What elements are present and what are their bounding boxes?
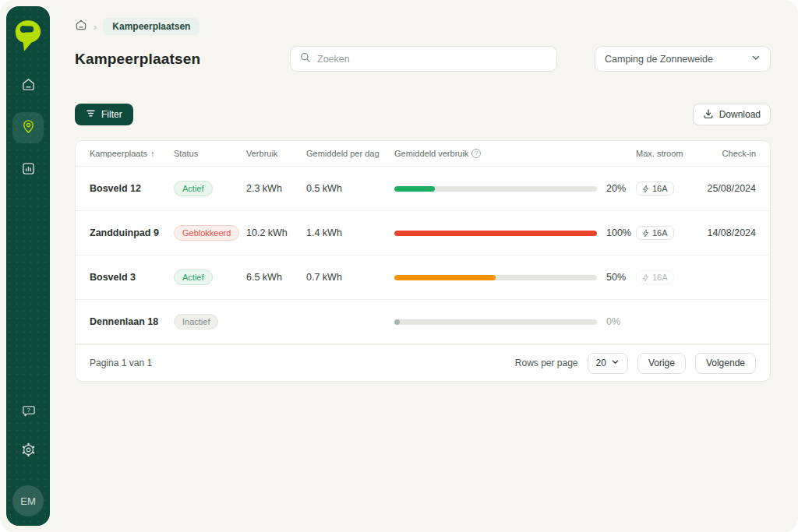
help-circle-icon[interactable]: ? (471, 149, 481, 158)
kampeerplaatsen-table: Kampeerplaats ↑ Status Verbruik Gemiddel… (75, 140, 771, 382)
verbruik-value: 2.3 kWh (246, 183, 306, 194)
previous-page-button[interactable]: Vorige (637, 353, 686, 374)
status-badge: Geblokkeerd (174, 225, 239, 241)
sidebar-item-locations[interactable] (12, 112, 44, 143)
sidebar-item-statistics[interactable] (12, 154, 44, 185)
progress-label: 50% (606, 272, 633, 283)
sidebar-item-help[interactable]: ? (12, 396, 44, 428)
chevron-down-icon (611, 358, 620, 368)
main-content: › Kampeerplaatsen Kampeerplaatsen Campin… (75, 0, 771, 532)
column-header-gemiddeld-verbruik: Gemiddeld verbruik ? (394, 149, 636, 158)
max-stroom-badge: 16A (636, 181, 674, 196)
svg-text:?: ? (26, 406, 30, 413)
rows-per-page-select[interactable]: 20 (588, 353, 628, 374)
sidebar-item-home[interactable] (12, 70, 44, 101)
status-badge: Inactief (174, 314, 218, 329)
user-avatar[interactable]: EM (12, 485, 44, 516)
sidebar-nav (12, 70, 44, 185)
next-page-button[interactable]: Volgende (695, 353, 756, 374)
site-selector[interactable]: Camping de Zonneweide (595, 46, 771, 72)
kampeerplaats-name: Bosveld 3 (90, 272, 174, 283)
brand-logo-icon[interactable] (14, 19, 42, 53)
kampeerplaats-name: Bosveld 12 (90, 183, 174, 194)
home-icon (21, 77, 36, 95)
search-icon (299, 51, 311, 66)
page-title: Kampeerplaatsen (75, 51, 200, 68)
check-in-date: 14/08/2024 (701, 227, 756, 238)
app-window: ? (0, 0, 798, 532)
download-icon (703, 108, 714, 122)
download-button-label: Download (719, 109, 761, 120)
breadcrumb: › Kampeerplaatsen (75, 18, 771, 35)
gemiddeld-verbruik-progress: 100% (394, 227, 636, 238)
gemiddeld-verbruik-progress: 20% (394, 183, 636, 194)
column-header-kampeerplaats[interactable]: Kampeerplaats ↑ (90, 149, 174, 158)
progress-fill (394, 186, 435, 192)
search-input[interactable] (317, 54, 548, 65)
column-header-max-stroom: Max. stroom (636, 149, 701, 158)
breadcrumb-home-icon[interactable] (75, 19, 87, 34)
table-footer: Pagina 1 van 1 Rows per page 20 Vorige V… (76, 344, 770, 381)
sidebar: ? (6, 6, 50, 526)
kampeerplaats-name: Zandduinpad 9 (90, 227, 174, 238)
gemiddeld-verbruik-progress: 0% (394, 316, 636, 327)
status-badge: Actief (174, 181, 213, 196)
sidebar-item-settings[interactable] (12, 435, 44, 467)
lightning-bolt-icon (642, 229, 649, 238)
bar-chart-icon (21, 161, 36, 179)
help-icon: ? (21, 403, 36, 421)
progress-fill (394, 275, 496, 280)
progress-label: 20% (606, 183, 633, 194)
site-selector-value: Camping de Zonneweide (605, 54, 713, 65)
verbruik-value: 6.5 kWh (246, 272, 306, 283)
max-stroom-badge: 16A (636, 226, 674, 240)
rows-per-page-label: Rows per page (515, 358, 578, 368)
gemiddeld-verbruik-progress: 50% (394, 272, 636, 283)
gemiddeld-per-dag-value: 1.4 kWh (306, 227, 394, 238)
status-badge: Actief (174, 270, 213, 285)
column-header-verbruik: Verbruik (246, 149, 306, 158)
filter-icon (86, 108, 96, 121)
table-row[interactable]: Bosveld 3 Actief 6.5 kWh 0.7 kWh 50% 16A (76, 255, 770, 300)
progress-track (394, 186, 597, 192)
page-header: Kampeerplaatsen Camping de Zonneweide (75, 46, 771, 72)
check-in-date: 25/08/2024 (701, 183, 756, 194)
pagination-controls: Rows per page 20 Vorige Volgende (515, 353, 756, 374)
table-header-row: Kampeerplaats ↑ Status Verbruik Gemiddel… (76, 141, 770, 167)
sidebar-footer: ? (12, 396, 44, 526)
toolbar: Filter Download (75, 104, 771, 125)
kampeerplaats-name: Dennenlaan 18 (90, 316, 174, 327)
lightning-bolt-icon (642, 273, 649, 282)
gemiddeld-per-dag-value: 0.7 kWh (306, 272, 394, 283)
gear-icon (21, 442, 36, 460)
column-header-gemiddeld-per-dag: Gemiddeld per dag (306, 149, 394, 158)
max-stroom-badge: 16A (636, 270, 674, 284)
sort-ascending-icon[interactable]: ↑ (150, 149, 155, 158)
progress-label: 100% (606, 227, 633, 238)
progress-track (394, 231, 597, 236)
search-box (290, 46, 557, 72)
progress-track (394, 319, 597, 325)
progress-fill (394, 231, 597, 236)
breadcrumb-chevron-icon: › (94, 21, 97, 33)
table-row[interactable]: Dennenlaan 18 Inactief 0% (76, 300, 770, 344)
table-row[interactable]: Bosveld 12 Actief 2.3 kWh 0.5 kWh 20% 16… (76, 167, 770, 211)
location-pin-icon (21, 119, 36, 137)
download-button[interactable]: Download (693, 104, 771, 125)
filter-button[interactable]: Filter (75, 104, 133, 125)
progress-fill (394, 319, 400, 325)
progress-label: 0% (606, 316, 633, 327)
lightning-bolt-icon (642, 185, 649, 193)
chevron-down-icon (751, 53, 761, 65)
filter-button-label: Filter (101, 109, 122, 120)
verbruik-value: 10.2 kWh (246, 227, 306, 238)
table-row[interactable]: Zandduinpad 9 Geblokkeerd 10.2 kWh 1.4 k… (76, 211, 770, 255)
column-header-status: Status (174, 149, 246, 158)
gemiddeld-per-dag-value: 0.5 kWh (306, 183, 394, 194)
page-info: Pagina 1 van 1 (90, 358, 152, 368)
breadcrumb-current[interactable]: Kampeerplaatsen (103, 18, 200, 35)
progress-track (394, 275, 597, 280)
column-header-check-in: Check-in (701, 149, 756, 158)
